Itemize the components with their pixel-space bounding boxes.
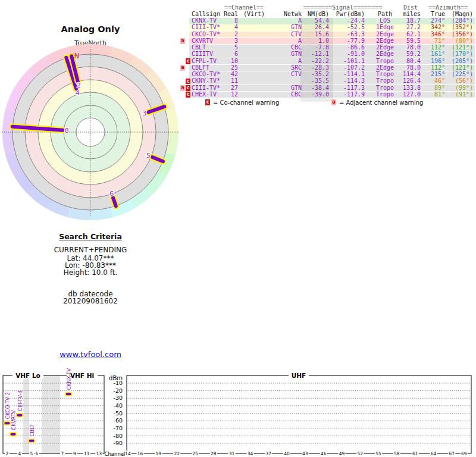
channel-axis-label: Channel [105, 451, 126, 457]
cell-miles: 126.4 [397, 78, 421, 84]
radar-title: Analog Only [31, 24, 150, 34]
station-marker [66, 393, 71, 395]
cell-pwr: -114.1 [331, 71, 365, 78]
cell-pwr: -77.9 [331, 38, 365, 45]
cell-real: 2 [213, 32, 238, 38]
cell-az_magn: (121°) [451, 45, 473, 51]
cell-pwr: -117.9 [331, 92, 365, 98]
cell-az_magn: (225°) [451, 71, 473, 78]
cell-az_true: 196° [419, 58, 445, 65]
channel-tick-label: 5 [30, 451, 33, 456]
cell-pwr: -91.0 [331, 51, 365, 58]
adjacent-channel-warning-icon: a [180, 38, 185, 44]
co-channel-warning-label: = Co-channel warning [213, 99, 279, 106]
cell-miles: 78.0 [397, 45, 421, 51]
channel-tick-label: 61 [412, 451, 418, 456]
cell-az_magn: (91°) [451, 92, 473, 98]
adjacent-channel-warning-icon: a [180, 65, 185, 71]
channel-tick-label: 22 [174, 451, 180, 456]
cell-az_true: 81° [419, 92, 445, 98]
tvfool-link[interactable]: www.tvfool.com [16, 350, 165, 359]
channel-tick-label: 43 [302, 451, 308, 456]
channel-number-label: 5 [146, 152, 151, 159]
dbm-tick-label: -70 [113, 425, 123, 431]
cell-az_true: 346° [419, 32, 445, 38]
dbm-tick-label: -60 [113, 417, 123, 424]
channel-number-label: 4 [76, 89, 80, 97]
channel-number-label: 2 [77, 82, 81, 89]
dbm-tick-label: -20 [113, 387, 123, 394]
cell-netwk: CTV [267, 32, 302, 38]
co-channel-warning-icon: c [186, 92, 190, 98]
channel-tick-label: 14 [125, 451, 131, 456]
cell-real: 8 [213, 18, 238, 24]
cell-az_magn: (352°) [451, 24, 473, 31]
channel-tick-label: 19 [156, 451, 162, 456]
cell-az_magn: (284°) [451, 18, 473, 24]
db-datecode-value: 201209081602 [16, 297, 165, 305]
cell-pwr: -101.1 [331, 58, 365, 65]
cell-miles: 18.7 [397, 18, 421, 24]
cell-pwr: -107.2 [331, 65, 365, 71]
cell-netwk: SRC [267, 65, 302, 71]
band-section-label: VHF Hi [70, 372, 94, 379]
spectrum-chart: -10-20-30-40-50-60-70-80-90VHF LoVHF HiU… [0, 363, 476, 457]
channel-number-label: 3 [142, 109, 146, 117]
channel-number-label: 8 [65, 127, 69, 134]
cell-miles: 27.2 [397, 24, 421, 31]
cell-netwk: A [267, 58, 302, 65]
fm-band-gap [42, 376, 60, 453]
channel-tick-label: 28 [211, 451, 217, 456]
channel-tick-label: 11 [84, 451, 90, 456]
signal-table: ==Channel== ========Signal======== Dist … [178, 4, 476, 112]
cell-netwk: CTV [267, 71, 302, 78]
cell-az_true: 342° [419, 24, 445, 31]
dbm-tick-label: -40 [113, 402, 123, 409]
cell-pwr: -86.6 [331, 45, 365, 51]
cell-pwr: -63.3 [331, 32, 365, 38]
cell-az_true: 112° [419, 65, 445, 71]
cell-az_true: 71° [419, 38, 445, 45]
cell-netwk: A [267, 18, 302, 24]
cell-real: 4 [213, 24, 238, 31]
cell-az_true: 274° [419, 18, 445, 24]
cell-miles: 133.8 [397, 85, 421, 92]
cell-az_magn: (356°) [451, 32, 473, 38]
cell-az_true: 112° [419, 45, 445, 51]
channel-tick-label: 64 [431, 451, 437, 456]
cell-real: 25 [213, 65, 238, 71]
adjacent-channel-warning-icon: a [180, 85, 185, 91]
cell-real: 6 [213, 51, 238, 58]
cell-miles: 59.5 [397, 38, 421, 45]
col-header-netwk: Netwk [267, 11, 302, 18]
dbm-tick-label: -80 [113, 433, 123, 439]
cell-miles: 59.2 [397, 51, 421, 58]
cell-miles: 80.4 [397, 58, 421, 65]
cell-netwk: GTN [267, 24, 302, 31]
channel-tick-label: 31 [229, 451, 235, 456]
cell-az_true: 46° [419, 78, 445, 84]
channel-tick-label: 6 [36, 451, 39, 456]
magnetic-north-label: N [74, 52, 80, 60]
cell-netwk: GTN [267, 85, 302, 92]
cell-az_magn: (56°) [451, 78, 473, 84]
cell-az_magn: (170°) [451, 51, 473, 58]
cell-pwr: -52.5 [331, 24, 365, 31]
uhf-plot-box [127, 375, 471, 453]
radar-polar-plot: 842356 N [1, 43, 180, 221]
co-channel-warning-icon: c [186, 79, 190, 84]
cell-miles: 62.1 [397, 32, 421, 38]
nm-column-shade [300, 18, 333, 102]
cell-real: 12 [213, 92, 238, 98]
band-section-label: UHF [292, 372, 306, 379]
station-marker [17, 414, 23, 417]
channel-tick-label: 67 [449, 451, 455, 456]
channel-tick-label: 9 [73, 451, 76, 456]
cell-real: 10 [213, 58, 238, 65]
cell-real: 27 [213, 85, 238, 92]
cell-az_true: 215° [419, 71, 445, 78]
cell-az_magn: (80°) [451, 38, 473, 45]
channel-number-label: 6 [109, 190, 114, 198]
channel-tick-label: 7 [61, 451, 64, 456]
cell-pwr: -24.4 [331, 18, 365, 24]
